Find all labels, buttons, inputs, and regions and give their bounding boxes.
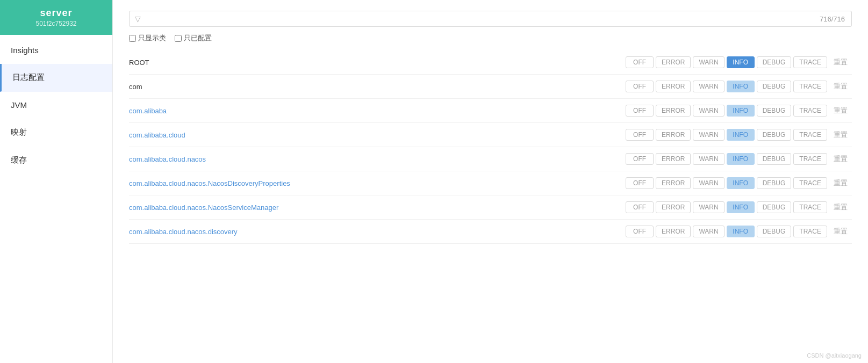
- logger-row: com.alibaba.cloud.nacos.NacosDiscoveryPr…: [129, 171, 852, 195]
- log-level-btn-off[interactable]: OFF: [626, 81, 654, 92]
- server-title: server: [0, 8, 112, 19]
- log-level-btn-warn[interactable]: WARN: [693, 105, 724, 117]
- logger-row: com.alibaba.cloud.nacosOFFERRORWARNINFOD…: [129, 147, 852, 171]
- log-level-btn-error[interactable]: ERROR: [656, 105, 691, 117]
- logger-name[interactable]: com.alibaba.cloud.nacos.NacosServiceMana…: [129, 204, 626, 212]
- log-level-btn-debug[interactable]: DEBUG: [757, 81, 792, 92]
- log-level-group: OFFERRORWARNINFODEBUGTRACE重置: [626, 104, 852, 117]
- reset-button[interactable]: 重置: [829, 128, 852, 141]
- server-id: 501f2c752932: [0, 20, 112, 27]
- reset-button[interactable]: 重置: [829, 56, 852, 69]
- log-level-btn-debug[interactable]: DEBUG: [757, 105, 792, 117]
- log-level-btn-debug[interactable]: DEBUG: [757, 201, 792, 213]
- logger-row: comOFFERRORWARNINFODEBUGTRACE重置: [129, 75, 852, 99]
- log-level-btn-trace[interactable]: TRACE: [793, 177, 827, 189]
- sidebar-item-log-config[interactable]: 日志配置: [0, 64, 112, 92]
- log-level-btn-error[interactable]: ERROR: [656, 56, 691, 68]
- checkbox-show-types[interactable]: 只显示类: [129, 33, 166, 43]
- log-level-btn-off[interactable]: OFF: [626, 129, 654, 141]
- log-level-btn-trace[interactable]: TRACE: [793, 81, 827, 92]
- log-level-btn-warn[interactable]: WARN: [693, 81, 724, 92]
- log-level-btn-trace[interactable]: TRACE: [793, 153, 827, 165]
- log-level-btn-info[interactable]: INFO: [727, 105, 755, 117]
- logger-name[interactable]: com.alibaba.cloud.nacos.discovery: [129, 228, 626, 236]
- checkbox-label-show-configured: 只已配置: [184, 33, 212, 43]
- log-level-btn-warn[interactable]: WARN: [693, 129, 724, 141]
- log-level-btn-trace[interactable]: TRACE: [793, 105, 827, 117]
- log-level-btn-debug[interactable]: DEBUG: [757, 177, 792, 189]
- log-level-btn-off[interactable]: OFF: [626, 153, 654, 165]
- log-level-group: OFFERRORWARNINFODEBUGTRACE重置: [626, 80, 852, 93]
- log-level-btn-warn[interactable]: WARN: [693, 226, 724, 237]
- sidebar-item-jvm[interactable]: JVM: [0, 92, 112, 119]
- checkbox-input-show-configured[interactable]: [175, 35, 182, 42]
- log-level-btn-trace[interactable]: TRACE: [793, 226, 827, 237]
- log-level-btn-off[interactable]: OFF: [626, 177, 654, 189]
- logger-name[interactable]: com.alibaba.cloud.nacos: [129, 155, 626, 163]
- checkbox-label-show-types: 只显示类: [138, 33, 166, 43]
- filter-count: 716/716: [820, 15, 845, 23]
- reset-button[interactable]: 重置: [829, 177, 852, 190]
- log-level-btn-off[interactable]: OFF: [626, 201, 654, 213]
- logger-row: com.alibabaOFFERRORWARNINFODEBUGTRACE重置: [129, 99, 852, 123]
- log-level-btn-info[interactable]: INFO: [727, 56, 755, 68]
- logger-name[interactable]: com.alibaba.cloud: [129, 131, 626, 139]
- main-content: ▽ 716/716 只显示类只已配置 ROOTOFFERRORWARNINFOD…: [113, 0, 868, 363]
- log-level-btn-trace[interactable]: TRACE: [793, 56, 827, 68]
- logger-row: com.alibaba.cloudOFFERRORWARNINFODEBUGTR…: [129, 123, 852, 147]
- checkbox-row: 只显示类只已配置: [129, 33, 852, 43]
- log-level-btn-trace[interactable]: TRACE: [793, 129, 827, 141]
- log-level-btn-warn[interactable]: WARN: [693, 153, 724, 165]
- log-level-btn-info[interactable]: INFO: [727, 81, 755, 92]
- log-level-group: OFFERRORWARNINFODEBUGTRACE重置: [626, 177, 852, 190]
- log-level-btn-error[interactable]: ERROR: [656, 226, 691, 237]
- log-level-btn-off[interactable]: OFF: [626, 226, 654, 237]
- sidebar-header: server 501f2c752932: [0, 0, 112, 35]
- log-level-btn-debug[interactable]: DEBUG: [757, 129, 792, 141]
- log-level-btn-debug[interactable]: DEBUG: [757, 226, 792, 237]
- reset-button[interactable]: 重置: [829, 153, 852, 165]
- log-level-btn-info[interactable]: INFO: [727, 129, 755, 141]
- reset-button[interactable]: 重置: [829, 80, 852, 93]
- log-level-btn-debug[interactable]: DEBUG: [757, 153, 792, 165]
- logger-row: com.alibaba.cloud.nacos.NacosServiceMana…: [129, 195, 852, 220]
- checkbox-input-show-types[interactable]: [129, 35, 136, 42]
- logger-name[interactable]: com.alibaba: [129, 107, 626, 115]
- logger-list: ROOTOFFERRORWARNINFODEBUGTRACE重置comOFFER…: [129, 50, 852, 244]
- sidebar-item-cache[interactable]: 缓存: [0, 147, 112, 175]
- log-level-btn-info[interactable]: INFO: [727, 177, 755, 189]
- logger-name[interactable]: com.alibaba.cloud.nacos.NacosDiscoveryPr…: [129, 179, 626, 187]
- log-level-btn-warn[interactable]: WARN: [693, 201, 724, 213]
- log-level-group: OFFERRORWARNINFODEBUGTRACE重置: [626, 225, 852, 238]
- logger-name: com: [129, 83, 626, 91]
- log-level-btn-warn[interactable]: WARN: [693, 177, 724, 189]
- reset-button[interactable]: 重置: [829, 201, 852, 214]
- log-level-btn-error[interactable]: ERROR: [656, 201, 691, 213]
- sidebar-item-mapping[interactable]: 映射: [0, 119, 112, 147]
- log-level-btn-info[interactable]: INFO: [727, 201, 755, 213]
- log-level-btn-error[interactable]: ERROR: [656, 81, 691, 92]
- log-level-btn-error[interactable]: ERROR: [656, 177, 691, 189]
- log-level-btn-info[interactable]: INFO: [727, 226, 755, 237]
- log-level-btn-error[interactable]: ERROR: [656, 129, 691, 141]
- filter-bar: ▽ 716/716: [129, 11, 852, 27]
- sidebar-item-insights[interactable]: Insights: [0, 37, 112, 64]
- log-level-group: OFFERRORWARNINFODEBUGTRACE重置: [626, 201, 852, 214]
- logger-name: ROOT: [129, 59, 626, 67]
- logger-row: com.alibaba.cloud.nacos.discoveryOFFERRO…: [129, 220, 852, 244]
- log-level-btn-trace[interactable]: TRACE: [793, 201, 827, 213]
- log-level-btn-warn[interactable]: WARN: [693, 56, 724, 68]
- log-level-btn-error[interactable]: ERROR: [656, 153, 691, 165]
- reset-button[interactable]: 重置: [829, 104, 852, 117]
- checkbox-show-configured[interactable]: 只已配置: [175, 33, 212, 43]
- sidebar: server 501f2c752932 Insights日志配置JVM映射缓存: [0, 0, 113, 363]
- reset-button[interactable]: 重置: [829, 225, 852, 238]
- logger-row: ROOTOFFERRORWARNINFODEBUGTRACE重置: [129, 50, 852, 75]
- log-level-btn-info[interactable]: INFO: [727, 153, 755, 165]
- watermark: CSDN @aitxiaogang: [807, 352, 862, 359]
- log-level-btn-debug[interactable]: DEBUG: [757, 56, 792, 68]
- filter-icon: ▽: [135, 14, 141, 23]
- log-level-btn-off[interactable]: OFF: [626, 56, 654, 68]
- log-level-group: OFFERRORWARNINFODEBUGTRACE重置: [626, 56, 852, 69]
- log-level-btn-off[interactable]: OFF: [626, 105, 654, 117]
